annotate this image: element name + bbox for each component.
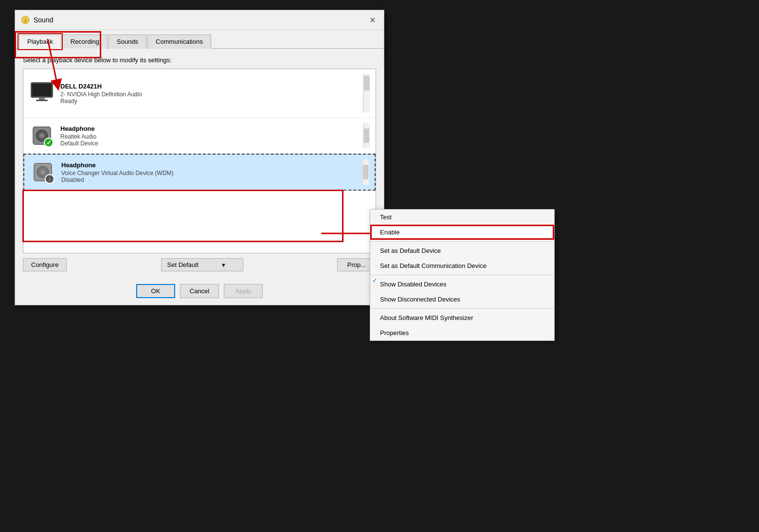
context-properties[interactable]: Properties [370, 325, 554, 340]
context-show-disconnected[interactable]: Show Disconnected Devices [370, 292, 554, 307]
dell-name: DELL D2421H [60, 83, 363, 90]
set-default-button[interactable]: Set Default [161, 258, 204, 271]
tab-communications[interactable]: Communications [147, 35, 211, 49]
svg-point-13 [42, 171, 44, 173]
context-divider-3 [370, 308, 554, 309]
svg-rect-4 [39, 97, 45, 100]
context-show-disabled-wrapper: ✓ Show Disabled Devices [370, 277, 554, 292]
context-set-default-comm[interactable]: Set as Default Communication Device [370, 258, 554, 273]
tab-sounds[interactable]: Sounds [108, 35, 146, 49]
context-test[interactable]: Test [370, 210, 554, 225]
disabled-badge: ↓ [45, 174, 54, 184]
dialog-body: Select a playback device below to modify… [15, 49, 384, 279]
device-buttons: Configure Set Default ▼ Prop... [23, 253, 376, 271]
dialog-title: Sound [34, 16, 53, 24]
context-divider-2 [370, 275, 554, 275]
context-about-midi[interactable]: About Software MIDI Synthesizer [370, 310, 554, 325]
tab-recording[interactable]: Recording [62, 35, 108, 49]
headphone-default-status: Default Device [60, 140, 363, 147]
device-item-dell[interactable]: DELL D2421H 2- NVIDIA High Definition Au… [23, 69, 376, 118]
ok-button[interactable]: OK [136, 284, 175, 298]
context-menu: Test Enable Set as Default Device Set as… [370, 209, 555, 341]
svg-text:♪: ♪ [24, 17, 27, 23]
set-default-dropdown[interactable]: ▼ [204, 258, 243, 271]
speaker-icon: ✓ [29, 123, 54, 148]
ok-cancel-row: OK Cancel Apply [15, 279, 384, 305]
headphone-disabled-name: Headphone [61, 161, 362, 169]
configure-button[interactable]: Configure [23, 258, 67, 271]
headphone-disabled-status: Disabled [61, 177, 362, 183]
sound-icon: ♪ [21, 16, 30, 24]
svg-point-9 [41, 135, 43, 137]
dell-sub: 2- NVIDIA High Definition Audio [60, 91, 363, 98]
context-check-icon: ✓ [372, 277, 378, 284]
headphone-default-name: Headphone [60, 125, 363, 132]
set-default-group: Set Default ▼ [161, 258, 243, 271]
svg-rect-3 [32, 84, 52, 96]
default-check-badge: ✓ [44, 138, 54, 147]
headphone-default-sub: Realtek Audio [60, 133, 363, 140]
svg-rect-5 [36, 100, 48, 101]
device-item-headphone-default[interactable]: ✓ Headphone Realtek Audio Default Device [23, 118, 376, 154]
context-show-disabled[interactable]: Show Disabled Devices [380, 277, 554, 292]
dell-status: Ready [60, 98, 363, 105]
context-set-default[interactable]: Set as Default Device [370, 243, 554, 258]
device-list: DELL D2421H 2- NVIDIA High Definition Au… [23, 69, 376, 253]
device-list-empty [23, 191, 376, 249]
instruction-text: Select a playback device below to modify… [23, 56, 376, 64]
monitor-icon [29, 81, 54, 106]
context-divider-1 [370, 241, 554, 242]
speaker-disabled-icon: ↓ [30, 160, 55, 185]
headphone-disabled-sub: Voice Changer Virtual Audio Device (WDM) [61, 170, 362, 177]
close-button[interactable]: ✕ [366, 14, 378, 26]
sound-dialog: ♪ Sound ✕ Playback Recording Sounds Comm… [15, 10, 384, 305]
scrollbar[interactable] [363, 74, 370, 113]
dialog-titlebar: ♪ Sound ✕ [15, 10, 384, 30]
apply-button[interactable]: Apply [224, 284, 263, 298]
tabs-bar: Playback Recording Sounds Communications [15, 30, 384, 49]
tab-playback[interactable]: Playback [19, 35, 61, 49]
device-item-headphone-disabled[interactable]: ↓ Headphone Voice Changer Virtual Audio … [23, 154, 376, 191]
cancel-button[interactable]: Cancel [180, 284, 219, 298]
context-enable[interactable]: Enable [370, 225, 554, 240]
